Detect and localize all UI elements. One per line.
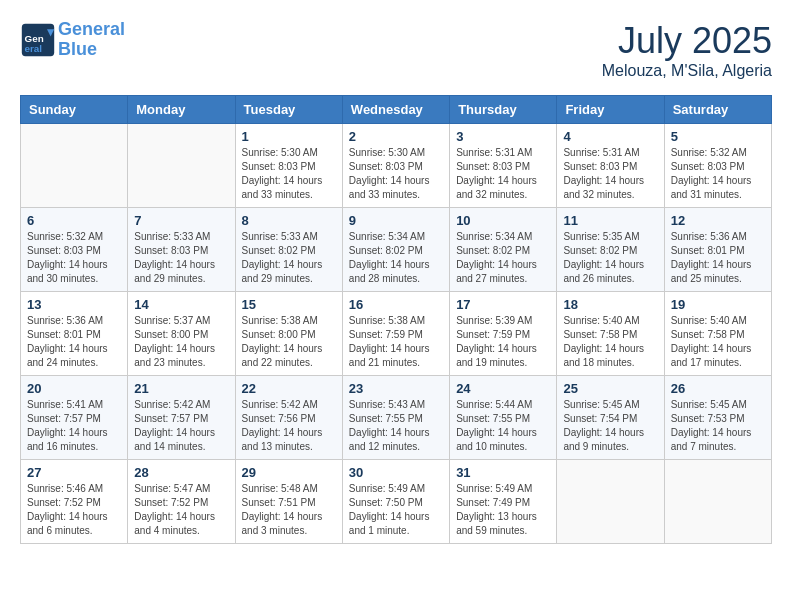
calendar-cell: 30Sunrise: 5:49 AM Sunset: 7:50 PM Dayli…: [342, 460, 449, 544]
calendar-cell: 19Sunrise: 5:40 AM Sunset: 7:58 PM Dayli…: [664, 292, 771, 376]
svg-text:eral: eral: [25, 42, 43, 53]
weekday-header-monday: Monday: [128, 96, 235, 124]
day-number: 28: [134, 465, 228, 480]
day-number: 15: [242, 297, 336, 312]
calendar-cell: 22Sunrise: 5:42 AM Sunset: 7:56 PM Dayli…: [235, 376, 342, 460]
day-number: 10: [456, 213, 550, 228]
weekday-header-sunday: Sunday: [21, 96, 128, 124]
page-header: Gen eral General Blue July 2025 Melouza,…: [20, 20, 772, 80]
day-info: Sunrise: 5:30 AM Sunset: 8:03 PM Dayligh…: [349, 146, 443, 202]
calendar-cell: 9Sunrise: 5:34 AM Sunset: 8:02 PM Daylig…: [342, 208, 449, 292]
calendar-cell: 24Sunrise: 5:44 AM Sunset: 7:55 PM Dayli…: [450, 376, 557, 460]
day-number: 7: [134, 213, 228, 228]
day-info: Sunrise: 5:33 AM Sunset: 8:03 PM Dayligh…: [134, 230, 228, 286]
calendar-cell: 6Sunrise: 5:32 AM Sunset: 8:03 PM Daylig…: [21, 208, 128, 292]
weekday-header-wednesday: Wednesday: [342, 96, 449, 124]
day-info: Sunrise: 5:38 AM Sunset: 7:59 PM Dayligh…: [349, 314, 443, 370]
day-info: Sunrise: 5:46 AM Sunset: 7:52 PM Dayligh…: [27, 482, 121, 538]
calendar-cell: 21Sunrise: 5:42 AM Sunset: 7:57 PM Dayli…: [128, 376, 235, 460]
day-number: 25: [563, 381, 657, 396]
day-info: Sunrise: 5:34 AM Sunset: 8:02 PM Dayligh…: [456, 230, 550, 286]
calendar-cell: 15Sunrise: 5:38 AM Sunset: 8:00 PM Dayli…: [235, 292, 342, 376]
calendar-cell: [557, 460, 664, 544]
day-number: 31: [456, 465, 550, 480]
calendar-cell: 16Sunrise: 5:38 AM Sunset: 7:59 PM Dayli…: [342, 292, 449, 376]
day-info: Sunrise: 5:40 AM Sunset: 7:58 PM Dayligh…: [671, 314, 765, 370]
calendar-cell: 13Sunrise: 5:36 AM Sunset: 8:01 PM Dayli…: [21, 292, 128, 376]
week-row-1: 1Sunrise: 5:30 AM Sunset: 8:03 PM Daylig…: [21, 124, 772, 208]
calendar-cell: [128, 124, 235, 208]
calendar-cell: 2Sunrise: 5:30 AM Sunset: 8:03 PM Daylig…: [342, 124, 449, 208]
logo-name: General Blue: [58, 20, 125, 60]
day-info: Sunrise: 5:35 AM Sunset: 8:02 PM Dayligh…: [563, 230, 657, 286]
weekday-header-row: SundayMondayTuesdayWednesdayThursdayFrid…: [21, 96, 772, 124]
calendar-cell: 25Sunrise: 5:45 AM Sunset: 7:54 PM Dayli…: [557, 376, 664, 460]
title-block: July 2025 Melouza, M'Sila, Algeria: [602, 20, 772, 80]
day-number: 22: [242, 381, 336, 396]
day-number: 2: [349, 129, 443, 144]
day-info: Sunrise: 5:32 AM Sunset: 8:03 PM Dayligh…: [27, 230, 121, 286]
day-number: 26: [671, 381, 765, 396]
calendar-cell: [664, 460, 771, 544]
week-row-2: 6Sunrise: 5:32 AM Sunset: 8:03 PM Daylig…: [21, 208, 772, 292]
calendar-cell: 29Sunrise: 5:48 AM Sunset: 7:51 PM Dayli…: [235, 460, 342, 544]
day-number: 1: [242, 129, 336, 144]
calendar-cell: 12Sunrise: 5:36 AM Sunset: 8:01 PM Dayli…: [664, 208, 771, 292]
day-number: 9: [349, 213, 443, 228]
week-row-5: 27Sunrise: 5:46 AM Sunset: 7:52 PM Dayli…: [21, 460, 772, 544]
day-number: 4: [563, 129, 657, 144]
calendar-cell: [21, 124, 128, 208]
calendar-cell: 10Sunrise: 5:34 AM Sunset: 8:02 PM Dayli…: [450, 208, 557, 292]
calendar-cell: 14Sunrise: 5:37 AM Sunset: 8:00 PM Dayli…: [128, 292, 235, 376]
day-info: Sunrise: 5:47 AM Sunset: 7:52 PM Dayligh…: [134, 482, 228, 538]
day-number: 29: [242, 465, 336, 480]
calendar-cell: 5Sunrise: 5:32 AM Sunset: 8:03 PM Daylig…: [664, 124, 771, 208]
calendar-cell: 11Sunrise: 5:35 AM Sunset: 8:02 PM Dayli…: [557, 208, 664, 292]
day-number: 18: [563, 297, 657, 312]
day-number: 20: [27, 381, 121, 396]
day-number: 19: [671, 297, 765, 312]
day-info: Sunrise: 5:45 AM Sunset: 7:53 PM Dayligh…: [671, 398, 765, 454]
logo: Gen eral General Blue: [20, 20, 125, 60]
day-info: Sunrise: 5:45 AM Sunset: 7:54 PM Dayligh…: [563, 398, 657, 454]
day-info: Sunrise: 5:44 AM Sunset: 7:55 PM Dayligh…: [456, 398, 550, 454]
weekday-header-saturday: Saturday: [664, 96, 771, 124]
day-info: Sunrise: 5:38 AM Sunset: 8:00 PM Dayligh…: [242, 314, 336, 370]
day-info: Sunrise: 5:42 AM Sunset: 7:56 PM Dayligh…: [242, 398, 336, 454]
day-info: Sunrise: 5:36 AM Sunset: 8:01 PM Dayligh…: [671, 230, 765, 286]
calendar-table: SundayMondayTuesdayWednesdayThursdayFrid…: [20, 95, 772, 544]
day-number: 5: [671, 129, 765, 144]
day-number: 11: [563, 213, 657, 228]
day-info: Sunrise: 5:39 AM Sunset: 7:59 PM Dayligh…: [456, 314, 550, 370]
day-info: Sunrise: 5:42 AM Sunset: 7:57 PM Dayligh…: [134, 398, 228, 454]
day-number: 3: [456, 129, 550, 144]
calendar-cell: 4Sunrise: 5:31 AM Sunset: 8:03 PM Daylig…: [557, 124, 664, 208]
day-info: Sunrise: 5:33 AM Sunset: 8:02 PM Dayligh…: [242, 230, 336, 286]
calendar-cell: 3Sunrise: 5:31 AM Sunset: 8:03 PM Daylig…: [450, 124, 557, 208]
day-info: Sunrise: 5:48 AM Sunset: 7:51 PM Dayligh…: [242, 482, 336, 538]
location-subtitle: Melouza, M'Sila, Algeria: [602, 62, 772, 80]
calendar-cell: 26Sunrise: 5:45 AM Sunset: 7:53 PM Dayli…: [664, 376, 771, 460]
calendar-cell: 7Sunrise: 5:33 AM Sunset: 8:03 PM Daylig…: [128, 208, 235, 292]
day-info: Sunrise: 5:34 AM Sunset: 8:02 PM Dayligh…: [349, 230, 443, 286]
day-number: 12: [671, 213, 765, 228]
calendar-cell: 18Sunrise: 5:40 AM Sunset: 7:58 PM Dayli…: [557, 292, 664, 376]
calendar-cell: 1Sunrise: 5:30 AM Sunset: 8:03 PM Daylig…: [235, 124, 342, 208]
day-number: 21: [134, 381, 228, 396]
day-info: Sunrise: 5:37 AM Sunset: 8:00 PM Dayligh…: [134, 314, 228, 370]
calendar-cell: 20Sunrise: 5:41 AM Sunset: 7:57 PM Dayli…: [21, 376, 128, 460]
day-info: Sunrise: 5:31 AM Sunset: 8:03 PM Dayligh…: [456, 146, 550, 202]
calendar-cell: 31Sunrise: 5:49 AM Sunset: 7:49 PM Dayli…: [450, 460, 557, 544]
day-info: Sunrise: 5:40 AM Sunset: 7:58 PM Dayligh…: [563, 314, 657, 370]
day-number: 30: [349, 465, 443, 480]
day-info: Sunrise: 5:32 AM Sunset: 8:03 PM Dayligh…: [671, 146, 765, 202]
day-number: 14: [134, 297, 228, 312]
calendar-cell: 8Sunrise: 5:33 AM Sunset: 8:02 PM Daylig…: [235, 208, 342, 292]
day-number: 17: [456, 297, 550, 312]
day-number: 27: [27, 465, 121, 480]
day-number: 23: [349, 381, 443, 396]
calendar-cell: 17Sunrise: 5:39 AM Sunset: 7:59 PM Dayli…: [450, 292, 557, 376]
day-info: Sunrise: 5:36 AM Sunset: 8:01 PM Dayligh…: [27, 314, 121, 370]
day-info: Sunrise: 5:41 AM Sunset: 7:57 PM Dayligh…: [27, 398, 121, 454]
weekday-header-tuesday: Tuesday: [235, 96, 342, 124]
